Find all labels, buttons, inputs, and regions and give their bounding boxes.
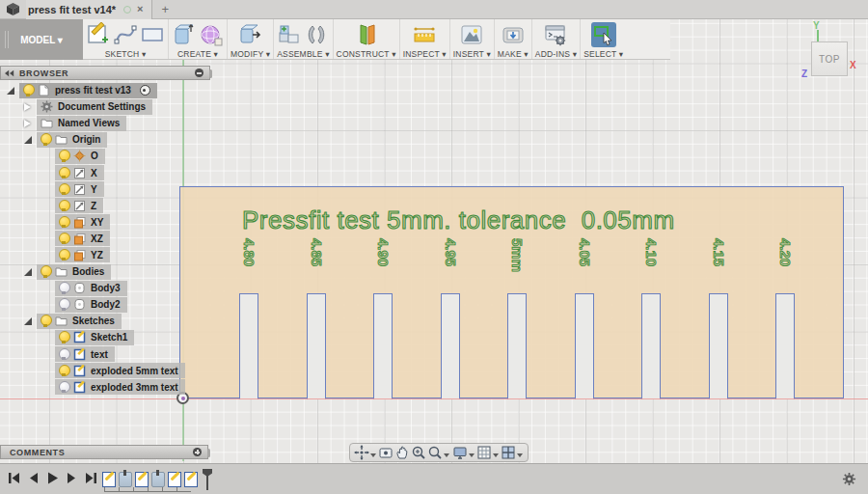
browser-item-label[interactable]: Sketches <box>72 316 115 326</box>
browser-item-origin-point[interactable]: O <box>0 148 210 164</box>
visibility-bulb-icon[interactable] <box>59 282 68 294</box>
slot-4.80[interactable] <box>239 293 258 399</box>
viewcube[interactable]: TOP <box>811 41 848 76</box>
visibility-bulb-icon[interactable] <box>59 167 68 179</box>
visibility-bulb-icon[interactable] <box>41 265 50 278</box>
zoom-dropdown-icon[interactable] <box>444 453 449 457</box>
timeline-sketch-feature[interactable] <box>184 472 198 487</box>
create-form-icon[interactable] <box>199 22 224 47</box>
visibility-bulb-icon[interactable] <box>59 348 68 361</box>
timeline-sketch-feature[interactable] <box>168 472 181 487</box>
step-back-icon[interactable] <box>27 472 40 484</box>
browser-item-plane-xy[interactable]: XY <box>0 214 210 231</box>
toolbar-group-label[interactable]: SELECT ▾ <box>583 49 623 59</box>
visibility-bulb-icon[interactable] <box>59 233 68 245</box>
visibility-bulb-icon[interactable] <box>59 249 68 261</box>
make-3dprint-icon[interactable] <box>501 22 526 47</box>
panel-resize-handle[interactable] <box>207 449 210 457</box>
visibility-bulb-icon[interactable] <box>23 84 33 96</box>
visibility-bulb-icon[interactable] <box>41 315 50 327</box>
viewports-dropdown-icon[interactable] <box>517 453 523 457</box>
timeline-settings-gear-icon[interactable] <box>842 472 856 486</box>
browser-item-bodies[interactable]: Bodies <box>0 263 210 280</box>
browser-item-label[interactable]: Body2 <box>91 299 121 310</box>
expand-open-icon[interactable] <box>24 317 32 325</box>
joint-icon[interactable] <box>304 22 329 47</box>
browser-item-label[interactable]: Origin <box>72 134 100 145</box>
visibility-bulb-icon[interactable] <box>59 200 68 212</box>
spline-icon[interactable] <box>113 22 138 47</box>
visibility-bulb-icon[interactable] <box>59 298 68 311</box>
slot-4.90[interactable] <box>373 293 393 399</box>
visibility-bulb-icon[interactable] <box>59 150 68 162</box>
browser-item-label[interactable]: O <box>91 151 98 161</box>
browser-header[interactable]: BROWSER <box>0 66 210 80</box>
new-body-icon[interactable] <box>172 22 197 47</box>
display-settings-icon[interactable] <box>452 445 468 460</box>
rectangle-icon[interactable] <box>140 22 165 47</box>
slot-5mm[interactable] <box>507 293 527 399</box>
visibility-bulb-icon[interactable] <box>59 381 68 394</box>
browser-item-document-settings[interactable]: Document Settings <box>0 98 210 115</box>
browser-item-named-views[interactable]: Named Views <box>0 115 210 131</box>
panel-options-icon[interactable] <box>195 69 203 77</box>
browser-item-body3[interactable]: Body3 <box>0 280 210 296</box>
slot-4.05[interactable] <box>575 293 594 399</box>
workspace-selector-button[interactable]: MODEL ▾ <box>0 19 83 60</box>
tab-close-icon[interactable]: × <box>137 4 143 14</box>
browser-item-sketches[interactable]: Sketches <box>0 313 210 329</box>
browser-item-label[interactable]: text <box>91 349 108 360</box>
browser-item-label[interactable]: Y <box>91 184 97 195</box>
zoom-icon[interactable] <box>411 445 426 460</box>
visibility-bulb-icon[interactable] <box>59 183 68 196</box>
skip-to-end-icon[interactable] <box>85 472 97 484</box>
visibility-bulb-icon[interactable] <box>59 331 68 343</box>
create-sketch-icon[interactable] <box>86 22 111 47</box>
visibility-bulb-icon[interactable] <box>59 216 68 229</box>
pan-hand-icon[interactable] <box>394 445 410 460</box>
browser-item-label[interactable]: exploded 3mm text <box>91 382 178 393</box>
viewports-icon[interactable] <box>501 445 516 460</box>
orbit-dropdown-icon[interactable] <box>370 453 376 457</box>
comments-header[interactable]: COMMENTS <box>0 445 208 459</box>
display-dropdown-icon[interactable] <box>469 453 475 457</box>
slot-4.15[interactable] <box>709 293 728 399</box>
browser-item-exploded-3mm-text[interactable]: exploded 3mm text <box>0 379 210 396</box>
document-tab[interactable]: press fit test v14* × <box>26 0 152 19</box>
browser-item-axis-z[interactable]: Z <box>0 198 210 214</box>
step-forward-icon[interactable] <box>66 472 78 484</box>
slot-4.95[interactable] <box>441 293 460 399</box>
browser-item-body2[interactable]: Body2 <box>0 296 210 313</box>
sketch-title-text[interactable]: Pressfit test 5mm. tolerance 0.05mm <box>242 206 675 235</box>
add-comment-icon[interactable] <box>193 448 202 456</box>
visibility-bulb-icon[interactable] <box>41 133 50 146</box>
expand-closed-icon[interactable] <box>24 103 31 111</box>
toolbar-group-label[interactable]: INSPECT ▾ <box>403 49 447 59</box>
look-at-icon[interactable] <box>378 445 393 460</box>
press-pull-icon[interactable] <box>238 22 263 47</box>
new-tab-button[interactable]: + <box>152 2 179 16</box>
grid-settings-icon[interactable] <box>476 445 492 460</box>
toolbar-group-label[interactable]: MODIFY ▾ <box>231 49 270 59</box>
panel-resize-handle[interactable] <box>209 69 212 78</box>
timeline-sketch-feature[interactable] <box>102 472 116 487</box>
timeline-extrude-feature[interactable] <box>151 472 165 487</box>
browser-item-label[interactable]: Z <box>91 201 96 211</box>
measure-icon[interactable] <box>412 22 437 47</box>
toolbar-group-label[interactable]: SKETCH ▾ <box>105 49 147 59</box>
browser-item-label[interactable]: Document Settings <box>58 101 146 112</box>
toolbar-group-label[interactable]: CREATE ▾ <box>177 49 218 59</box>
timeline-sketch-feature[interactable] <box>135 472 149 487</box>
grid-dropdown-icon[interactable] <box>493 453 499 457</box>
select-tool-icon[interactable] <box>591 22 616 47</box>
browser-item-exploded-5mm-text[interactable]: exploded 5mm text <box>0 363 210 379</box>
skip-to-start-icon[interactable] <box>8 472 20 484</box>
browser-item-plane-yz[interactable]: YZ <box>0 247 210 263</box>
browser-item-label[interactable]: Bodies <box>72 266 104 277</box>
addins-scripts-icon[interactable] <box>543 22 568 47</box>
browser-item-label[interactable]: YZ <box>91 250 103 261</box>
toolbar-group-label[interactable]: ASSEMBLE ▾ <box>277 49 329 59</box>
expand-closed-icon[interactable] <box>24 120 31 127</box>
browser-item-label[interactable]: XZ <box>91 233 103 244</box>
insert-image-icon[interactable] <box>459 22 484 47</box>
